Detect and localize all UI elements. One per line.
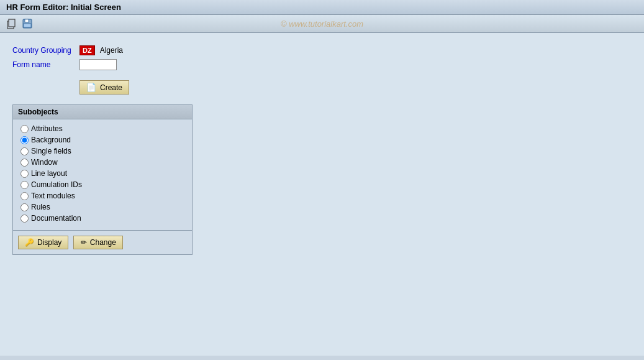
- radio-background[interactable]: [20, 136, 29, 144]
- toolbar: © www.tutorialkart.com: [0, 15, 644, 33]
- svg-rect-4: [24, 24, 31, 27]
- change-icon: ✏: [81, 238, 87, 247]
- label-text-modules[interactable]: Text modules: [31, 192, 75, 200]
- label-background[interactable]: Background: [31, 136, 71, 144]
- document-icon: 📄: [86, 83, 96, 92]
- subobjects-header: Subobjects: [13, 105, 192, 119]
- label-single-fields[interactable]: Single fields: [31, 147, 71, 155]
- radio-row-text-modules: Text modules: [20, 192, 184, 200]
- radio-row-window: Window: [20, 158, 184, 167]
- radio-row-cumulation-ids: Cumulation IDs: [20, 180, 184, 189]
- svg-rect-1: [9, 19, 15, 27]
- title-text: HR Form Editor: Initial Screen: [6, 2, 121, 12]
- country-code[interactable]: DZ: [79, 45, 95, 55]
- radio-row-documentation: Documentation: [20, 214, 184, 223]
- form-name-input[interactable]: [79, 59, 117, 70]
- radio-row-line-layout: Line layout: [20, 169, 184, 178]
- copy-icon[interactable]: [5, 17, 17, 30]
- create-button[interactable]: 📄 Create: [79, 80, 129, 95]
- radio-row-single-fields: Single fields: [20, 147, 184, 155]
- radio-line-layout[interactable]: [20, 170, 29, 178]
- country-grouping-label: Country Grouping: [12, 46, 75, 55]
- label-attributes[interactable]: Attributes: [31, 124, 63, 133]
- button-row: 🔑 Display ✏ Change: [13, 230, 192, 254]
- radio-single-fields[interactable]: [20, 147, 29, 155]
- subobjects-body: Attributes Background Single fields Wind…: [13, 119, 192, 230]
- radio-row-background: Background: [20, 136, 184, 144]
- title-bar: HR Form Editor: Initial Screen: [0, 0, 644, 15]
- display-button[interactable]: 🔑 Display: [18, 236, 68, 249]
- form-section: Country Grouping DZ Algeria Form name: [12, 45, 632, 70]
- radio-window[interactable]: [20, 159, 29, 167]
- country-name: Algeria: [100, 46, 123, 55]
- create-button-label: Create: [100, 83, 122, 92]
- radio-documentation[interactable]: [20, 215, 29, 223]
- display-icon: 🔑: [25, 238, 34, 247]
- country-grouping-row: Country Grouping DZ Algeria: [12, 45, 632, 55]
- label-window[interactable]: Window: [31, 158, 58, 167]
- watermark: © www.tutorialkart.com: [281, 19, 363, 29]
- display-button-label: Display: [37, 238, 61, 247]
- radio-attributes[interactable]: [20, 125, 29, 133]
- label-documentation[interactable]: Documentation: [31, 214, 81, 223]
- form-name-label: Form name: [12, 60, 75, 69]
- main-content: Country Grouping DZ Algeria Form name 📄 …: [0, 33, 644, 356]
- svg-rect-3: [25, 19, 29, 22]
- label-line-layout[interactable]: Line layout: [31, 169, 67, 178]
- radio-cumulation-ids[interactable]: [20, 181, 29, 189]
- radio-row-attributes: Attributes: [20, 124, 184, 133]
- change-button[interactable]: ✏ Change: [73, 236, 123, 249]
- label-cumulation-ids[interactable]: Cumulation IDs: [31, 180, 82, 189]
- radio-rules[interactable]: [20, 203, 29, 211]
- radio-text-modules[interactable]: [20, 192, 29, 200]
- radio-row-rules: Rules: [20, 203, 184, 211]
- change-button-label: Change: [90, 238, 116, 247]
- label-rules[interactable]: Rules: [31, 203, 50, 211]
- save-icon[interactable]: [21, 17, 34, 30]
- form-name-row: Form name: [12, 59, 632, 70]
- subobjects-panel: Subobjects Attributes Background Single …: [12, 104, 193, 255]
